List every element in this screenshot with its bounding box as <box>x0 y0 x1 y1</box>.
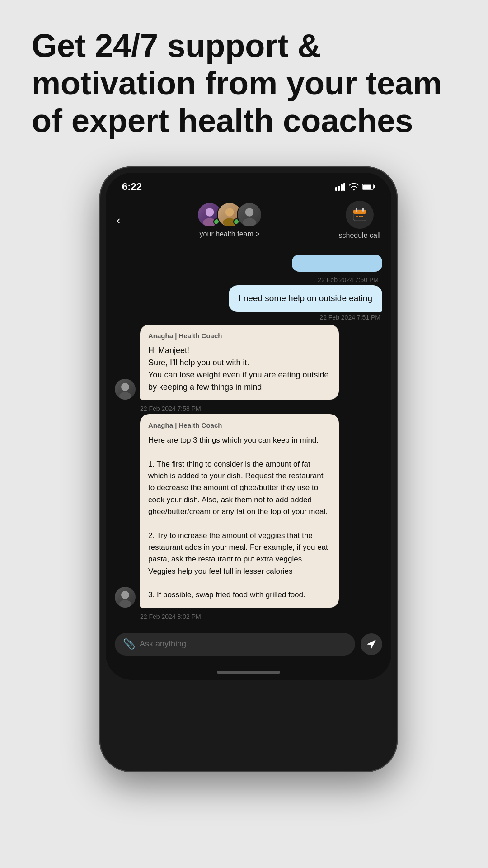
header-center: your health team > <box>197 202 262 238</box>
user-message-bubble: I need some help on outside eating <box>229 285 382 312</box>
timestamp-3: 22 Feb 2024 7:58 PM <box>115 405 382 412</box>
svg-point-12 <box>243 218 256 227</box>
coach-message-1-bubble: Anagha | Health Coach Hi Manjeet! Sure, … <box>140 325 339 400</box>
coach-message-2-wrapper: Anagha | Health Coach Here are top 3 thi… <box>115 414 382 607</box>
placeholder-bubble <box>292 255 382 272</box>
coach-avatar-1 <box>115 379 136 400</box>
header-right: schedule call <box>338 201 380 240</box>
phone-frame: 6:22 <box>99 166 398 772</box>
svg-rect-3 <box>343 183 345 191</box>
status-icons <box>335 183 375 191</box>
schedule-call-button[interactable] <box>346 201 374 229</box>
status-bar: 6:22 <box>106 173 391 196</box>
input-bar: 📎 <box>106 627 391 668</box>
home-indicator <box>217 671 280 674</box>
send-icon <box>366 639 376 649</box>
svg-rect-2 <box>341 184 343 191</box>
svg-rect-16 <box>362 208 364 212</box>
svg-rect-6 <box>363 185 371 189</box>
attach-icon[interactable]: 📎 <box>123 638 135 650</box>
svg-point-21 <box>119 392 131 400</box>
coach-avatar-2 <box>115 587 136 608</box>
timestamp-4: 22 Feb 2024 8:02 PM <box>115 613 382 620</box>
schedule-label: schedule call <box>338 231 380 240</box>
svg-point-10 <box>223 218 236 227</box>
svg-point-23 <box>119 600 131 608</box>
coach-message-2-bubble: Anagha | Health Coach Here are top 3 thi… <box>140 414 339 607</box>
coach-message-2-text: Here are top 3 things which you can keep… <box>148 434 331 601</box>
input-wrapper: 📎 <box>115 633 355 656</box>
coach-message-1-wrapper: Anagha | Health Coach Hi Manjeet! Sure, … <box>115 325 382 400</box>
user-message-wrapper: I need some help on outside eating 22 Fe… <box>115 285 382 321</box>
avatar-group <box>197 202 262 227</box>
timestamp-2: 22 Feb 2024 7:51 PM <box>319 314 380 321</box>
svg-point-11 <box>245 208 254 217</box>
back-button[interactable]: ‹ <box>117 213 121 227</box>
svg-point-17 <box>356 216 358 217</box>
svg-point-9 <box>225 208 234 217</box>
svg-point-7 <box>206 208 214 217</box>
svg-rect-5 <box>374 185 375 188</box>
svg-point-22 <box>121 591 129 599</box>
svg-point-18 <box>359 216 361 217</box>
headline: Get 24/7 support & motivation from your … <box>32 27 465 139</box>
svg-point-19 <box>361 216 363 217</box>
svg-rect-1 <box>338 186 340 191</box>
chat-header: ‹ your health team > <box>106 196 391 247</box>
svg-rect-14 <box>353 210 366 214</box>
message-input[interactable] <box>140 639 347 649</box>
svg-point-20 <box>121 383 129 391</box>
battery-icon <box>362 183 375 190</box>
timestamp-1: 22 Feb 2024 7:50 PM <box>115 276 380 283</box>
coach-name-1: Anagha | Health Coach <box>148 331 331 341</box>
svg-point-8 <box>203 218 216 227</box>
svg-rect-0 <box>335 187 337 191</box>
send-button[interactable] <box>361 633 382 655</box>
coach-message-1-text: Hi Manjeet! Sure, I'll help you out with… <box>148 344 331 393</box>
wifi-icon <box>349 183 359 191</box>
signal-icon <box>335 183 345 191</box>
avatar-3 <box>237 202 262 227</box>
chat-area: 22 Feb 2024 7:50 PM I need some help on … <box>106 247 391 627</box>
calendar-icon <box>352 207 367 222</box>
coach-name-2: Anagha | Health Coach <box>148 420 331 431</box>
status-time: 6:22 <box>122 181 142 193</box>
svg-rect-15 <box>356 208 357 212</box>
team-label[interactable]: your health team > <box>200 230 260 238</box>
header-left: ‹ <box>117 213 121 227</box>
phone-screen: 6:22 <box>106 173 391 679</box>
